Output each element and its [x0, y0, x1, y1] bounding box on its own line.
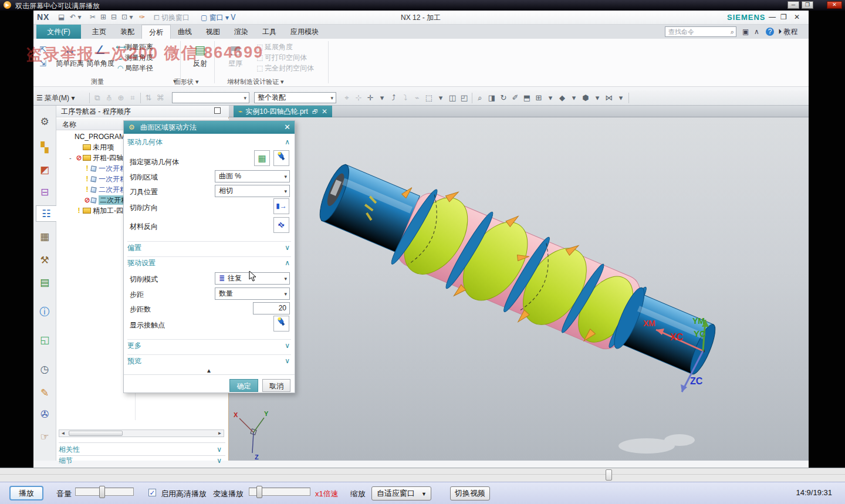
- ribbon-tab[interactable]: 装配: [113, 25, 141, 39]
- more-section[interactable]: 更多∨: [127, 339, 291, 351]
- offset-section[interactable]: 偏置∨: [127, 241, 291, 253]
- dependencies-section[interactable]: 相关性∨: [59, 442, 225, 455]
- library-icon[interactable]: ▤: [36, 275, 53, 291]
- step-dropdown[interactable]: 数量▾: [215, 287, 290, 300]
- toolbar-icon[interactable]: ▾: [376, 92, 388, 104]
- ribbon-tab[interactable]: 工具: [255, 25, 283, 39]
- seek-handle[interactable]: [606, 469, 612, 481]
- speed-slider-handle[interactable]: [256, 486, 262, 498]
- simulation-icon[interactable]: ⚒: [36, 252, 53, 269]
- toolbar-icon[interactable]: ◰: [458, 92, 470, 104]
- enclosed-body-button[interactable]: ⬚完全封闭空间体: [255, 63, 314, 73]
- ribbon-tab[interactable]: 分析: [141, 25, 171, 39]
- toolbar-icon[interactable]: ◆: [556, 92, 568, 104]
- nx-minimize-button[interactable]: —: [769, 13, 776, 21]
- player-close-button[interactable]: ✕: [827, 1, 842, 9]
- machine-tool-view-icon[interactable]: ▚: [36, 140, 53, 156]
- toolbar-icon[interactable]: ▾: [435, 92, 447, 104]
- toolbar-icon[interactable]: ↻: [498, 92, 509, 104]
- hd-checkbox[interactable]: ✓: [148, 489, 156, 496]
- drive-settings-section[interactable]: 驱动设置∧: [127, 256, 291, 269]
- copy-icon[interactable]: ⊞: [100, 13, 106, 21]
- toolbar-icon[interactable]: ✛: [364, 92, 376, 104]
- toolbar-icon[interactable]: ⊞: [533, 92, 545, 104]
- toolbar-icon[interactable]: ⬚: [423, 92, 435, 104]
- history-icon[interactable]: ◷: [36, 361, 53, 378]
- paste-special-icon[interactable]: ⊡ ▾: [121, 13, 133, 21]
- toolbar-icon[interactable]: ⌘: [154, 92, 166, 104]
- system-tools-icon[interactable]: ✇: [36, 407, 53, 423]
- ok-button[interactable]: 确定: [229, 379, 258, 392]
- machine-tool-navigator-icon[interactable]: ▦: [36, 229, 53, 245]
- show-contact-flashlight-button[interactable]: [273, 316, 289, 332]
- preview-section[interactable]: 预览∨: [127, 354, 291, 367]
- toolbar-icon[interactable]: ⌕: [474, 92, 486, 104]
- toolbar-icon[interactable]: ⤴: [388, 92, 400, 104]
- ribbon-tab[interactable]: 渲染: [227, 25, 255, 39]
- toolbar-icon[interactable]: ⫚: [103, 92, 115, 104]
- toolbar-icon[interactable]: ▾: [545, 92, 556, 104]
- toolbar-icon[interactable]: ⬢: [580, 92, 592, 104]
- toolbar-icon[interactable]: ⊕: [115, 92, 127, 104]
- nx-restore-button[interactable]: ❐: [780, 13, 787, 21]
- nx-close-button[interactable]: ✕: [794, 13, 800, 21]
- touch-mode-icon[interactable]: ☞: [36, 429, 53, 445]
- undo-icon[interactable]: ↶ ▾: [70, 13, 81, 21]
- roles-icon[interactable]: ✎: [36, 385, 53, 401]
- scrollbar-thumb[interactable]: [69, 431, 123, 436]
- player-maximize-button[interactable]: ❐: [802, 1, 813, 9]
- toolbar-icon[interactable]: ✐: [509, 92, 521, 104]
- paste-icon[interactable]: ⊟: [111, 13, 117, 21]
- machining-method-view-icon[interactable]: ⊟: [36, 184, 53, 201]
- toolbar-icon[interactable]: ▾: [615, 92, 627, 104]
- tool-position-dropdown[interactable]: 相切▾: [215, 185, 290, 197]
- cancel-button[interactable]: 取消: [262, 379, 290, 392]
- web-info-icon[interactable]: ⓘ: [36, 304, 53, 320]
- player-minimize-button[interactable]: ─: [787, 1, 799, 9]
- switch-window-button[interactable]: ⧠ 切换窗口: [154, 13, 190, 23]
- zoom-mode-select[interactable]: 自适应窗口▼: [371, 486, 431, 500]
- dialog-title-bar[interactable]: ⚙ 曲面区域驱动方法 ✕: [124, 121, 295, 134]
- volume-slider[interactable]: [75, 488, 134, 496]
- selection-scope-combo[interactable]: ▾: [172, 92, 249, 103]
- toolbar-icon[interactable]: ⌗: [127, 92, 138, 104]
- toolbar-icon[interactable]: ▾: [592, 92, 603, 104]
- search-icon[interactable]: ⌕: [731, 27, 734, 36]
- cut-direction-button[interactable]: ▮→: [273, 198, 289, 214]
- cut-area-dropdown[interactable]: 曲面 %▾: [215, 170, 290, 182]
- ribbon-tab[interactable]: 曲线: [171, 25, 199, 39]
- save-icon[interactable]: ⬓: [58, 13, 65, 21]
- seek-bar[interactable]: [0, 468, 845, 482]
- tutorial-button[interactable]: 🞂 教程: [779, 26, 797, 37]
- speed-slider[interactable]: [249, 488, 310, 496]
- geometry-view-icon[interactable]: ◩: [36, 162, 53, 178]
- toolbar-icon[interactable]: ◫: [447, 92, 458, 104]
- pin-panel-icon[interactable]: [214, 107, 221, 114]
- help-icon[interactable]: ?: [766, 28, 774, 36]
- toolbar-icon[interactable]: ⤵: [400, 92, 411, 104]
- minimize-ribbon-icon[interactable]: ∧: [754, 26, 759, 37]
- step-count-input[interactable]: 20: [253, 302, 290, 314]
- brush-icon[interactable]: ✑: [139, 13, 145, 21]
- toolbar-icon[interactable]: ⋈: [603, 92, 615, 104]
- switch-video-button[interactable]: 切换视频: [450, 486, 490, 500]
- toolbar-icon[interactable]: ⊹: [353, 92, 364, 104]
- toolbar-icon[interactable]: ⇅: [143, 92, 154, 104]
- drive-geometry-section[interactable]: 驱动几何体∧: [127, 136, 291, 148]
- ribbon-tab[interactable]: 主页: [85, 25, 113, 39]
- fullscreen-icon[interactable]: ▣: [742, 26, 749, 37]
- volume-slider-handle[interactable]: [99, 486, 105, 498]
- select-drive-geometry-button[interactable]: ▦: [254, 150, 270, 166]
- toolbar-icon[interactable]: ⬒: [521, 92, 533, 104]
- cut-icon[interactable]: ✂: [90, 13, 96, 21]
- toolbar-icon[interactable]: ⌖: [341, 92, 353, 104]
- dialog-close-icon[interactable]: ✕: [284, 121, 290, 134]
- program-order-view-icon[interactable]: ☷: [36, 205, 56, 222]
- 3d-canvas[interactable]: XM XC YM YC ZC X: [229, 117, 809, 461]
- flashlight-button[interactable]: [273, 150, 289, 166]
- ribbon-tab[interactable]: 应用模块: [283, 25, 326, 39]
- play-button[interactable]: 播放: [9, 486, 43, 500]
- window-menu-button[interactable]: ▢ 窗口 ▾ ᐯ: [201, 13, 236, 23]
- ribbon-tab[interactable]: 视图: [199, 25, 227, 39]
- menu-button[interactable]: ☰ 菜单(M) ▾: [36, 92, 75, 104]
